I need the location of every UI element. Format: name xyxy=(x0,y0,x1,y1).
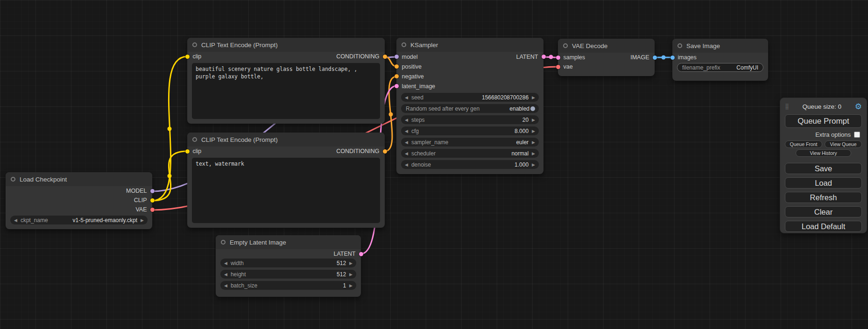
node-clip-text-encode-positive[interactable]: CLIP Text Encode (Prompt) clip CONDITION… xyxy=(187,38,385,124)
output-slot-label: CONDITIONING xyxy=(336,148,379,154)
node-titlebar[interactable]: KSampler xyxy=(396,38,543,52)
decrement-arrow-icon[interactable]: ◀ xyxy=(405,95,408,100)
filename-prefix-widget[interactable]: filename_prefix ComfyUI xyxy=(677,63,763,72)
node-titlebar[interactable]: Save Image xyxy=(672,39,768,53)
latent-output-port[interactable] xyxy=(359,252,363,256)
node-empty-latent-image[interactable]: Empty Latent Image LATENT ◀ width 512 ▶ … xyxy=(216,235,361,297)
node-titlebar[interactable]: Load Checkpoint xyxy=(6,172,152,186)
width-widget[interactable]: ◀ width 512 ▶ xyxy=(220,259,356,267)
increment-arrow-icon[interactable]: ▶ xyxy=(532,140,535,145)
queue-front-button[interactable]: Queue Front xyxy=(785,140,822,148)
widget-label: height xyxy=(231,271,246,278)
increment-arrow-icon[interactable]: ▶ xyxy=(532,162,535,167)
decrement-arrow-icon[interactable]: ◀ xyxy=(14,218,17,223)
increment-arrow-icon[interactable]: ▶ xyxy=(349,261,353,266)
widget-value: euler xyxy=(516,139,529,146)
node-ksampler[interactable]: KSampler model LATENT positive negative … xyxy=(396,38,543,174)
clear-button[interactable]: Clear xyxy=(785,206,862,217)
drag-handle-icon[interactable]: ⣿ xyxy=(785,103,789,110)
cfg-widget[interactable]: ◀ cfg 8.000 ▶ xyxy=(401,126,539,135)
decrement-arrow-icon[interactable]: ◀ xyxy=(224,261,227,266)
vae-output-port[interactable] xyxy=(150,208,155,212)
load-button[interactable]: Load xyxy=(785,177,862,189)
node-titlebar[interactable]: CLIP Text Encode (Prompt) xyxy=(187,133,385,147)
widget-label: filename_prefix xyxy=(682,64,720,71)
input-slot-label: vae xyxy=(564,63,573,70)
extra-options-checkbox[interactable] xyxy=(854,132,860,138)
node-titlebar[interactable]: VAE Decode xyxy=(558,39,655,53)
node-clip-text-encode-negative[interactable]: CLIP Text Encode (Prompt) clip CONDITION… xyxy=(187,133,385,228)
collapse-dot-icon[interactable] xyxy=(402,42,406,47)
decrement-arrow-icon[interactable]: ◀ xyxy=(224,272,227,277)
load-default-button[interactable]: Load Default xyxy=(785,221,862,232)
link-dot xyxy=(168,127,172,131)
seed-widget[interactable]: ◀ seed 156680208700286 ▶ xyxy=(401,93,539,102)
denoise-widget[interactable]: ◀ denoise 1.000 ▶ xyxy=(401,160,539,169)
latent-image-input-port[interactable] xyxy=(395,84,399,88)
collapse-dot-icon[interactable] xyxy=(563,43,568,48)
model-output-port[interactable] xyxy=(150,189,155,193)
height-widget[interactable]: ◀ height 512 ▶ xyxy=(220,270,356,279)
negative-input-port[interactable] xyxy=(395,74,399,78)
node-save-image[interactable]: Save Image images filename_prefix ComfyU… xyxy=(672,39,768,81)
increment-arrow-icon[interactable]: ▶ xyxy=(532,95,535,100)
widget-label: scheduler xyxy=(411,150,436,157)
node-load-checkpoint[interactable]: Load Checkpoint MODEL CLIP VAE ◀ ckpt_na… xyxy=(6,172,152,229)
node-titlebar[interactable]: Empty Latent Image xyxy=(216,235,361,249)
view-history-button[interactable]: View History xyxy=(796,149,851,157)
increment-arrow-icon[interactable]: ▶ xyxy=(532,118,535,122)
queue-prompt-button[interactable]: Queue Prompt xyxy=(785,114,862,128)
random-seed-toggle-widget[interactable]: Random seed after every gen enabled xyxy=(401,104,539,113)
clip-input-port[interactable] xyxy=(185,149,190,154)
increment-arrow-icon[interactable]: ▶ xyxy=(349,283,353,288)
samples-input-port[interactable] xyxy=(556,56,560,60)
increment-arrow-icon[interactable]: ▶ xyxy=(141,218,144,223)
steps-widget[interactable]: ◀ steps 20 ▶ xyxy=(401,115,539,124)
collapse-dot-icon[interactable] xyxy=(677,43,682,48)
scheduler-widget[interactable]: ◀ scheduler normal ▶ xyxy=(401,149,539,158)
node-titlebar[interactable]: CLIP Text Encode (Prompt) xyxy=(187,38,385,52)
sampler-name-widget[interactable]: ◀ sampler_name euler ▶ xyxy=(401,138,539,147)
widget-value: enabled xyxy=(509,105,529,112)
latent-output-port[interactable] xyxy=(542,55,546,59)
widget-label: sampler_name xyxy=(411,139,448,146)
images-input-port[interactable] xyxy=(670,56,675,60)
increment-arrow-icon[interactable]: ▶ xyxy=(349,272,353,277)
conditioning-output-port[interactable] xyxy=(383,55,387,59)
clip-input-port[interactable] xyxy=(185,55,190,59)
node-graph-canvas[interactable]: Load Checkpoint MODEL CLIP VAE ◀ ckpt_na… xyxy=(0,0,868,329)
widget-value: ComfyUI xyxy=(736,64,758,71)
decrement-arrow-icon[interactable]: ◀ xyxy=(405,151,408,156)
link-dot xyxy=(549,55,553,59)
decrement-arrow-icon[interactable]: ◀ xyxy=(405,129,408,133)
collapse-dot-icon[interactable] xyxy=(192,137,197,142)
input-slot-label: negative xyxy=(402,73,424,80)
decrement-arrow-icon[interactable]: ◀ xyxy=(405,162,408,167)
node-vae-decode[interactable]: VAE Decode samples IMAGE vae xyxy=(558,39,655,76)
decrement-arrow-icon[interactable]: ◀ xyxy=(224,283,227,288)
positive-input-port[interactable] xyxy=(395,64,399,69)
conditioning-output-port[interactable] xyxy=(383,149,387,154)
collapse-dot-icon[interactable] xyxy=(192,42,197,47)
clip-output-port[interactable] xyxy=(150,198,155,203)
decrement-arrow-icon[interactable]: ◀ xyxy=(405,118,408,122)
refresh-button[interactable]: Refresh xyxy=(785,192,862,203)
ckpt-name-widget[interactable]: ◀ ckpt_name v1-5-pruned-emaonly.ckpt ▶ xyxy=(10,216,148,224)
input-slot-label: model xyxy=(402,54,418,60)
settings-gear-icon[interactable]: ⚙ xyxy=(855,103,862,111)
widget-label: ckpt_name xyxy=(21,217,48,224)
positive-prompt-textarea[interactable]: beautiful scenery nature glass bottle la… xyxy=(192,63,380,119)
increment-arrow-icon[interactable]: ▶ xyxy=(532,151,535,156)
model-input-port[interactable] xyxy=(395,55,399,59)
increment-arrow-icon[interactable]: ▶ xyxy=(532,129,535,133)
collapse-dot-icon[interactable] xyxy=(11,177,15,182)
toggle-dot-icon[interactable] xyxy=(530,106,535,111)
collapse-dot-icon[interactable] xyxy=(221,240,226,245)
batch-size-widget[interactable]: ◀ batch_size 1 ▶ xyxy=(220,281,356,290)
negative-prompt-textarea[interactable]: text, watermark xyxy=(192,158,380,223)
save-button[interactable]: Save xyxy=(785,163,862,174)
image-output-port[interactable] xyxy=(653,56,657,60)
decrement-arrow-icon[interactable]: ◀ xyxy=(405,140,408,145)
view-queue-button[interactable]: View Queue xyxy=(825,140,862,148)
vae-input-port[interactable] xyxy=(556,65,560,69)
